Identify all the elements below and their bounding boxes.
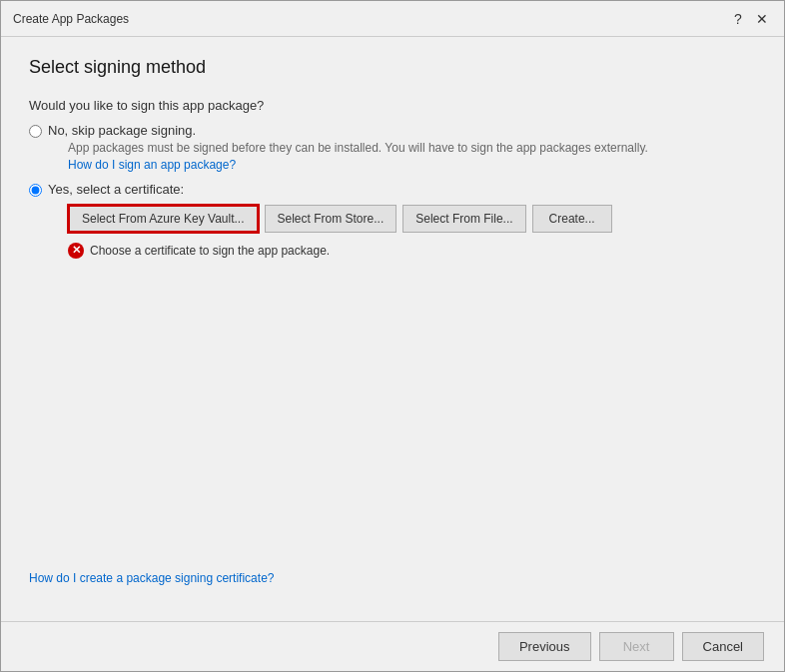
cert-button-row: Select From Azure Key Vault... Select Fr…: [68, 205, 612, 233]
create-button[interactable]: Create...: [532, 205, 612, 233]
yes-cert-option: Yes, select a certificate: Select From A…: [29, 182, 756, 259]
no-sign-option: No, skip package signing. App packages m…: [29, 123, 756, 174]
error-text: Choose a certificate to sign the app pac…: [90, 244, 330, 258]
radio-group: No, skip package signing. App packages m…: [29, 123, 756, 259]
yes-cert-radio[interactable]: [29, 184, 42, 197]
page-title: Select signing method: [29, 57, 756, 78]
next-button[interactable]: Next: [599, 632, 674, 661]
azure-key-vault-button[interactable]: Select From Azure Key Vault...: [68, 205, 259, 233]
no-sign-description: App packages must be signed before they …: [68, 140, 648, 174]
spacer: [29, 259, 756, 571]
no-sign-radio[interactable]: [29, 125, 42, 138]
title-bar: Create App Packages ? ✕: [1, 1, 784, 37]
sign-help-link[interactable]: How do I sign an app package?: [68, 158, 236, 172]
dialog-window: Create App Packages ? ✕ Select signing m…: [0, 0, 785, 672]
no-sign-content: No, skip package signing. App packages m…: [48, 123, 648, 174]
certificate-section: Select From Azure Key Vault... Select Fr…: [68, 205, 612, 259]
title-bar-controls: ? ✕: [728, 9, 772, 29]
question-label: Would you like to sign this app package?: [29, 98, 756, 113]
from-file-button[interactable]: Select From File...: [402, 205, 525, 233]
yes-cert-content: Yes, select a certificate: Select From A…: [48, 182, 612, 259]
previous-button[interactable]: Previous: [498, 632, 591, 661]
error-row: ✕ Choose a certificate to sign the app p…: [68, 243, 612, 259]
title-bar-text: Create App Packages: [13, 12, 129, 26]
close-button[interactable]: ✕: [752, 9, 772, 29]
yes-cert-label[interactable]: Yes, select a certificate:: [48, 182, 184, 197]
no-sign-desc-text: App packages must be signed before they …: [68, 141, 648, 155]
create-cert-link[interactable]: How do I create a package signing certif…: [29, 571, 756, 585]
content-area: Select signing method Would you like to …: [1, 37, 784, 621]
error-icon: ✕: [68, 243, 84, 259]
cancel-button[interactable]: Cancel: [682, 632, 764, 661]
footer: Previous Next Cancel: [1, 621, 784, 671]
help-button[interactable]: ?: [728, 9, 748, 29]
from-store-button[interactable]: Select From Store...: [265, 205, 397, 233]
no-sign-label[interactable]: No, skip package signing.: [48, 123, 196, 138]
